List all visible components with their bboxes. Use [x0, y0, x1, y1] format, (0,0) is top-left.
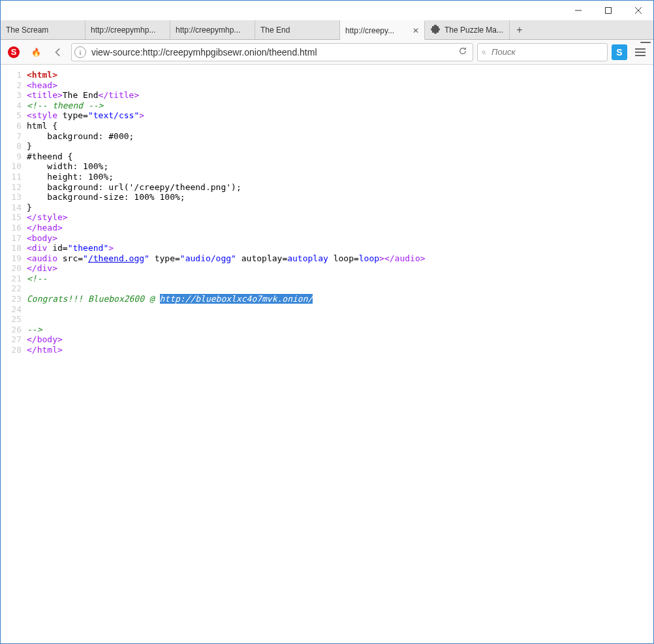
source-line[interactable]: 6html { — [1, 121, 653, 131]
tab-label: The Scream — [6, 25, 80, 35]
code-text[interactable]: <head> — [27, 80, 653, 91]
browser-window: The Scream http://creepymhp... http://cr… — [0, 0, 654, 644]
reload-icon[interactable] — [456, 46, 470, 57]
source-line[interactable]: 14} — [1, 202, 653, 213]
site-info-icon[interactable]: i — [74, 46, 86, 58]
code-text[interactable]: height: 100%; — [27, 172, 653, 182]
line-number: 8 — [1, 141, 27, 152]
source-line[interactable]: 10 width: 100%; — [1, 161, 653, 172]
code-text[interactable]: #theend { — [27, 152, 653, 162]
tab-2[interactable]: http://creepymhp... — [170, 20, 255, 39]
source-line[interactable]: 26--> — [1, 325, 653, 335]
source-line[interactable]: 11 height: 100%; — [1, 172, 653, 182]
code-text[interactable]: </div> — [27, 263, 653, 274]
url-input[interactable] — [90, 46, 456, 58]
close-button[interactable] — [623, 1, 653, 20]
line-number: 19 — [1, 253, 27, 264]
code-text[interactable]: <html> — [27, 70, 653, 80]
search-input[interactable] — [490, 46, 603, 57]
address-bar[interactable]: i — [71, 43, 473, 61]
skype-extension-icon[interactable]: S — [612, 44, 627, 60]
code-text[interactable]: <audio src="/theend.ogg" type="audio/ogg… — [27, 253, 653, 264]
code-text[interactable] — [27, 304, 653, 315]
source-line[interactable]: 2<head> — [1, 80, 653, 91]
code-text[interactable] — [27, 283, 653, 294]
source-line[interactable]: 22 — [1, 283, 653, 294]
code-text[interactable]: background-size: 100% 100%; — [27, 192, 653, 202]
source-line[interactable]: 1<html> — [1, 70, 653, 80]
source-line[interactable]: 24 — [1, 304, 653, 315]
code-text[interactable]: <style type="text/css"> — [27, 110, 653, 121]
source-line[interactable]: 19<audio src="/theend.ogg" type="audio/o… — [1, 253, 653, 264]
source-line[interactable]: 4<!-- theend --> — [1, 101, 653, 111]
code-text[interactable]: html { — [27, 121, 653, 131]
source-line[interactable]: 25 — [1, 314, 653, 325]
new-tab-button[interactable]: + — [510, 20, 529, 39]
code-text[interactable]: </body> — [27, 334, 653, 345]
minimize-button[interactable] — [563, 1, 593, 20]
code-text[interactable]: </head> — [27, 223, 653, 233]
code-text[interactable] — [27, 314, 653, 325]
source-line[interactable]: 5<style type="text/css"> — [1, 110, 653, 121]
source-line[interactable]: 18<div id="theend"> — [1, 243, 653, 253]
source-line[interactable]: 16</head> — [1, 223, 653, 233]
tab-3[interactable]: The End — [255, 20, 340, 39]
search-bar[interactable] — [477, 43, 608, 61]
line-number: 16 — [1, 223, 27, 233]
code-text[interactable]: <!-- theend --> — [27, 101, 653, 111]
line-number: 12 — [1, 182, 27, 193]
line-number: 20 — [1, 263, 27, 274]
code-text[interactable]: } — [27, 141, 653, 152]
view-source-content[interactable]: 1<html>2<head>3<title>The End</title>4<!… — [1, 65, 653, 643]
line-number: 2 — [1, 80, 27, 91]
code-text[interactable]: Congrats!!! Bluebox2600 @ http://bluebox… — [27, 294, 653, 304]
source-line[interactable]: 8} — [1, 141, 653, 152]
svg-point-4 — [482, 51, 485, 54]
close-tab-icon[interactable]: ✕ — [413, 26, 419, 35]
code-text[interactable]: <title>The End</title> — [27, 90, 653, 101]
code-text[interactable]: <!-- — [27, 274, 653, 284]
code-text[interactable]: --> — [27, 325, 653, 335]
back-button[interactable] — [49, 43, 67, 61]
hamburger-menu-button[interactable]: 1 — [631, 43, 649, 61]
tab-label: http://creepymhp... — [91, 25, 164, 35]
line-number: 10 — [1, 161, 27, 172]
source-line[interactable]: 15</style> — [1, 212, 653, 223]
code-text[interactable]: </html> — [27, 345, 653, 355]
source-line[interactable]: 21<!-- — [1, 274, 653, 284]
source-line[interactable]: 20</div> — [1, 263, 653, 274]
line-number: 18 — [1, 243, 27, 253]
extension-fire-icon[interactable]: 🔥 — [27, 43, 45, 61]
line-number: 23 — [1, 294, 27, 304]
line-number: 26 — [1, 325, 27, 335]
tab-5[interactable]: The Puzzle Ma... — [425, 20, 510, 39]
code-text[interactable]: background: #000; — [27, 131, 653, 142]
source-line[interactable]: 17<body> — [1, 233, 653, 244]
source-line[interactable]: 13 background-size: 100% 100%; — [1, 192, 653, 202]
code-text[interactable]: <div id="theend"> — [27, 243, 653, 253]
tab-1[interactable]: http://creepymhp... — [86, 20, 170, 39]
tab-4-active[interactable]: http://creepy...✕ — [340, 20, 425, 40]
code-text[interactable]: </style> — [27, 212, 653, 223]
line-number: 22 — [1, 283, 27, 294]
svg-rect-1 — [606, 8, 612, 14]
source-line[interactable]: 12 background: url('/creepy/theend.png')… — [1, 182, 653, 193]
toolbar: S 🔥 i S 1 — [1, 40, 653, 65]
source-line[interactable]: 23Congrats!!! Bluebox2600 @ http://blueb… — [1, 294, 653, 304]
source-line[interactable]: 27</body> — [1, 334, 653, 345]
source-line[interactable]: 9#theend { — [1, 152, 653, 162]
line-number: 25 — [1, 314, 27, 325]
code-text[interactable]: <body> — [27, 233, 653, 244]
maximize-button[interactable] — [593, 1, 623, 20]
source-line[interactable]: 3<title>The End</title> — [1, 90, 653, 101]
tab-0[interactable]: The Scream — [1, 20, 86, 39]
source-line[interactable]: 7 background: #000; — [1, 131, 653, 142]
tab-strip: The Scream http://creepymhp... http://cr… — [1, 20, 653, 40]
tab-label: The Puzzle Ma... — [444, 25, 504, 35]
code-text[interactable]: background: url('/creepy/theend.png'); — [27, 182, 653, 193]
code-text[interactable]: width: 100%; — [27, 161, 653, 172]
search-icon — [482, 48, 486, 57]
extension-noscript-icon[interactable]: S — [5, 43, 23, 61]
source-line[interactable]: 28</html> — [1, 345, 653, 355]
code-text[interactable]: } — [27, 202, 653, 213]
